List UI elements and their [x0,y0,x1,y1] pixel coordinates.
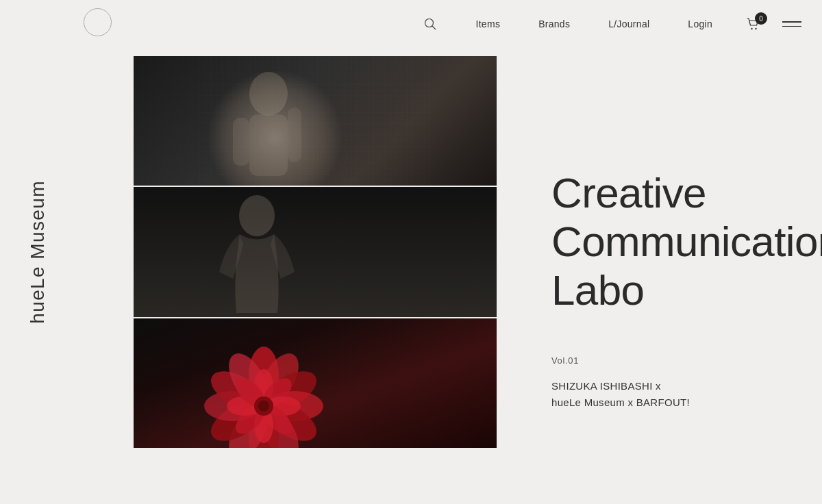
main-nav: Items Brands L/Journal Login 0 [424,16,801,32]
hero-content: Creative Communication Labo Vol.01 SHIZU… [497,48,822,504]
nav-login[interactable]: Login [669,18,732,29]
cart-count: 0 [755,12,767,25]
sidebar-brand-label: hueLe Museum [27,180,49,324]
svg-rect-8 [233,118,249,166]
svg-point-4 [755,28,756,29]
site-header: Items Brands L/Journal Login 0 [0,0,822,48]
nav-items[interactable]: Items [457,18,520,29]
image-collage [134,48,497,456]
site-logo[interactable] [82,7,113,40]
hero-subheadline: SHIZUKA ISHIBASHI x hueLe Museum x BARFO… [551,378,822,411]
svg-point-6 [249,72,288,116]
hero-headline: Creative Communication Labo [551,168,822,315]
svg-point-3 [751,28,752,29]
main-content: Creative Communication Labo Vol.01 SHIZU… [0,0,822,504]
sidebar: hueLe Museum [0,0,75,504]
svg-point-0 [84,9,112,36]
svg-point-32 [258,401,269,412]
svg-point-10 [239,195,275,236]
hero-image-2 [134,186,497,316]
nav-brands[interactable]: Brands [519,18,589,29]
vol-label: Vol.01 [551,355,822,366]
svg-rect-7 [249,114,288,176]
nav-ljournal[interactable]: L/Journal [589,18,669,29]
cart-icon[interactable]: 0 [745,16,760,32]
hamburger-menu-icon[interactable] [782,21,801,27]
hero-image-1 [134,56,497,186]
search-icon[interactable] [424,18,436,30]
svg-rect-9 [288,108,301,162]
svg-point-1 [425,19,433,27]
hero-image-3 [134,317,497,448]
svg-line-2 [432,26,436,29]
